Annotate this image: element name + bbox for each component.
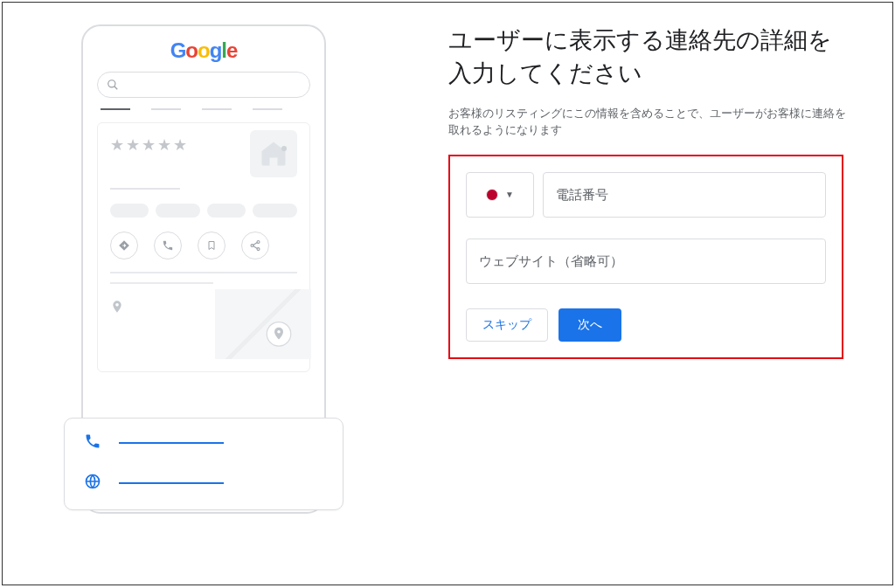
flag-jp-icon <box>486 189 498 201</box>
map-pin-icon <box>266 321 292 357</box>
page-subtext: お客様のリスティングにこの情報を含めることで、ユーザーがお客様に連絡を取れるよう… <box>448 105 850 139</box>
chevron-down-icon: ▼ <box>505 190 514 199</box>
phone-icon <box>84 432 101 453</box>
location-pin-icon <box>110 298 124 319</box>
form-highlight-frame: ▼ スキップ 次へ <box>448 155 843 359</box>
google-logo: Google <box>97 38 310 63</box>
call-icon <box>154 232 182 259</box>
phone-number-input[interactable] <box>543 172 826 218</box>
page-heading: ユーザーに表示する連絡先の詳細を入力してください <box>448 24 850 91</box>
svg-line-1 <box>114 86 118 90</box>
country-code-select[interactable]: ▼ <box>466 172 534 218</box>
svg-point-0 <box>108 80 115 87</box>
next-button[interactable]: 次へ <box>559 308 621 342</box>
illustration-search-bar <box>97 72 310 98</box>
directions-icon <box>110 232 138 259</box>
website-input[interactable] <box>466 239 826 284</box>
skip-button[interactable]: スキップ <box>466 308 548 342</box>
globe-icon <box>84 473 101 494</box>
bookmark-icon <box>198 232 225 259</box>
share-icon <box>241 232 269 259</box>
svg-line-7 <box>253 246 258 249</box>
contact-popup-illustration <box>64 418 343 510</box>
svg-point-9 <box>277 330 281 334</box>
svg-line-6 <box>253 243 258 246</box>
phone-illustration: Google ★★★★★ <box>81 24 361 514</box>
svg-point-2 <box>281 146 287 151</box>
